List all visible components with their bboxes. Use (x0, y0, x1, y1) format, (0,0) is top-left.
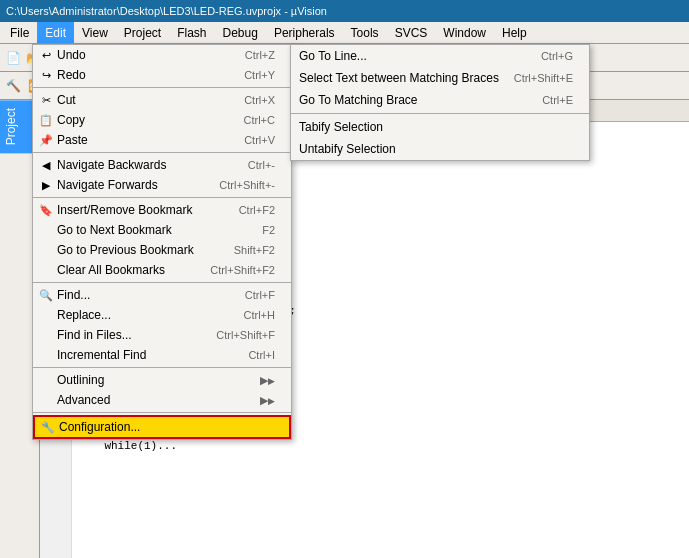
goto-brace-label: Go To Matching Brace (299, 93, 418, 107)
insert-bookmark-label: Insert/Remove Bookmark (57, 203, 192, 217)
cut-menu-icon: ✂ (37, 94, 55, 107)
nav-fwd-icon: ▶ (37, 179, 55, 192)
insert-bookmark-shortcut: Ctrl+F2 (239, 204, 275, 216)
menu-view[interactable]: View (74, 22, 116, 43)
nav-fwd-shortcut: Ctrl+Shift+- (219, 179, 275, 191)
adv-select-braces[interactable]: Select Text between Matching Braces Ctrl… (291, 67, 589, 89)
menu-advanced[interactable]: Advanced ▶ (33, 390, 291, 410)
tabify-label: Tabify Selection (299, 120, 383, 134)
menu-undo[interactable]: ↩ Undo Ctrl+Z (33, 45, 291, 65)
menu-navigate-fwd[interactable]: ▶ Navigate Forwards Ctrl+Shift+- (33, 175, 291, 195)
redo-menu-icon: ↪ (37, 69, 55, 82)
sep-2 (33, 152, 291, 153)
paste-label: Paste (57, 133, 88, 147)
find-label: Find... (57, 288, 90, 302)
menu-find-in-files[interactable]: Find in Files... Ctrl+Shift+F (33, 325, 291, 345)
undo-menu-icon: ↩ (37, 49, 55, 62)
cut-shortcut: Ctrl+X (244, 94, 275, 106)
redo-shortcut: Ctrl+Y (244, 69, 275, 81)
paste-shortcut: Ctrl+V (244, 134, 275, 146)
menu-svcs[interactable]: SVCS (387, 22, 436, 43)
nav-back-icon: ◀ (37, 159, 55, 172)
bookmark-icon: 🔖 (37, 204, 55, 217)
adv-goto-line[interactable]: Go To Line... Ctrl+G (291, 45, 589, 67)
prev-bookmark-label: Go to Previous Bookmark (57, 243, 194, 257)
build-icon[interactable]: 🔨 (4, 77, 22, 95)
menu-insert-bookmark[interactable]: 🔖 Insert/Remove Bookmark Ctrl+F2 (33, 200, 291, 220)
redo-label: Redo (57, 68, 86, 82)
menu-debug[interactable]: Debug (215, 22, 266, 43)
menu-navigate-back[interactable]: ◀ Navigate Backwards Ctrl+- (33, 155, 291, 175)
menu-configuration[interactable]: 🔧 Configuration... (33, 415, 291, 439)
menu-project[interactable]: Project (116, 22, 169, 43)
menu-edit[interactable]: Edit (37, 22, 74, 43)
sep-1 (33, 87, 291, 88)
menu-flash[interactable]: Flash (169, 22, 214, 43)
title-bar: C:\Users\Administrator\Desktop\LED3\LED-… (0, 0, 689, 22)
menu-file[interactable]: File (2, 22, 37, 43)
menu-prev-bookmark[interactable]: Go to Previous Bookmark Shift+F2 (33, 240, 291, 260)
sep-3 (33, 197, 291, 198)
sep-4 (33, 282, 291, 283)
copy-shortcut: Ctrl+C (244, 114, 275, 126)
menu-find[interactable]: 🔍 Find... Ctrl+F (33, 285, 291, 305)
adv-untabify[interactable]: Untabify Selection (291, 138, 589, 160)
select-braces-label: Select Text between Matching Braces (299, 71, 499, 85)
adv-tabify[interactable]: Tabify Selection (291, 116, 589, 138)
menu-outlining[interactable]: Outlining ▶ (33, 370, 291, 390)
goto-brace-shortcut: Ctrl+E (542, 94, 573, 106)
menu-window[interactable]: Window (435, 22, 494, 43)
advanced-label: Advanced (57, 393, 110, 407)
select-braces-shortcut: Ctrl+Shift+E (514, 72, 573, 84)
paste-menu-icon: 📌 (37, 134, 55, 147)
new-file-icon[interactable]: 📄 (4, 49, 22, 67)
goto-line-shortcut: Ctrl+G (541, 50, 573, 62)
menu-paste[interactable]: 📌 Paste Ctrl+V (33, 130, 291, 150)
sep-6 (33, 412, 291, 413)
clear-bookmarks-shortcut: Ctrl+Shift+F2 (210, 264, 275, 276)
edit-menu: ↩ Undo Ctrl+Z ↪ Redo Ctrl+Y ✂ Cut Ctrl+X… (32, 44, 292, 440)
outlining-arrow: ▶ (260, 374, 275, 387)
outlining-label: Outlining (57, 373, 104, 387)
clear-bookmarks-label: Clear All Bookmarks (57, 263, 165, 277)
untabify-label: Untabify Selection (299, 142, 396, 156)
find-in-files-label: Find in Files... (57, 328, 132, 342)
replace-shortcut: Ctrl+H (244, 309, 275, 321)
adv-goto-brace[interactable]: Go To Matching Brace Ctrl+E (291, 89, 589, 111)
copy-menu-icon: 📋 (37, 114, 55, 127)
menu-cut[interactable]: ✂ Cut Ctrl+X (33, 90, 291, 110)
incremental-find-shortcut: Ctrl+I (248, 349, 275, 361)
menu-redo[interactable]: ↪ Redo Ctrl+Y (33, 65, 291, 85)
advanced-arrow: ▶ (260, 394, 275, 407)
menu-next-bookmark[interactable]: Go to Next Bookmark F2 (33, 220, 291, 240)
adv-sep (291, 113, 589, 114)
find-shortcut: Ctrl+F (245, 289, 275, 301)
menu-clear-bookmarks[interactable]: Clear All Bookmarks Ctrl+Shift+F2 (33, 260, 291, 280)
prev-bookmark-shortcut: Shift+F2 (234, 244, 275, 256)
menu-replace[interactable]: Replace... Ctrl+H (33, 305, 291, 325)
menu-incremental-find[interactable]: Incremental Find Ctrl+I (33, 345, 291, 365)
find-in-files-shortcut: Ctrl+Shift+F (216, 329, 275, 341)
sep-5 (33, 367, 291, 368)
menu-tools[interactable]: Tools (343, 22, 387, 43)
menu-peripherals[interactable]: Peripherals (266, 22, 343, 43)
copy-label: Copy (57, 113, 85, 127)
menu-help[interactable]: Help (494, 22, 535, 43)
next-bookmark-label: Go to Next Bookmark (57, 223, 172, 237)
cut-label: Cut (57, 93, 76, 107)
nav-fwd-label: Navigate Forwards (57, 178, 158, 192)
incremental-find-label: Incremental Find (57, 348, 146, 362)
next-bookmark-shortcut: F2 (262, 224, 275, 236)
goto-line-label: Go To Line... (299, 49, 367, 63)
find-icon: 🔍 (37, 289, 55, 302)
menu-copy[interactable]: 📋 Copy Ctrl+C (33, 110, 291, 130)
nav-back-shortcut: Ctrl+- (248, 159, 275, 171)
undo-label: Undo (57, 48, 86, 62)
configuration-label: Configuration... (59, 420, 140, 434)
advanced-menu: Go To Line... Ctrl+G Select Text between… (290, 44, 590, 161)
menu-bar: File Edit View Project Flash Debug Perip… (0, 22, 689, 44)
replace-label: Replace... (57, 308, 111, 322)
nav-back-label: Navigate Backwards (57, 158, 166, 172)
title-bar-text: C:\Users\Administrator\Desktop\LED3\LED-… (6, 5, 327, 17)
config-icon: 🔧 (39, 421, 57, 434)
